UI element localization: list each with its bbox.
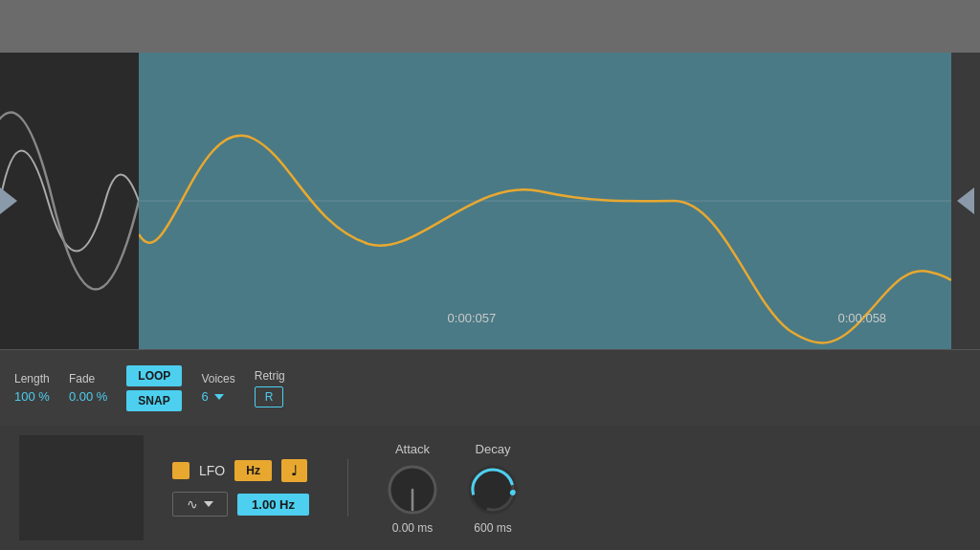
hz-input[interactable] [237,494,309,516]
attack-label: Attack [395,442,430,456]
attack-knob[interactable] [387,464,438,516]
lfo-color-indicator [172,462,189,479]
hz-button[interactable]: Hz [234,460,272,481]
fade-group: Fade 0.00 % [69,372,107,404]
wave-dropdown-arrow[interactable] [204,501,213,507]
fade-value: 0.00 % [69,389,107,404]
length-group: Length 100 % [14,372,50,404]
waveform-left-panel [0,53,139,349]
right-handle-icon[interactable] [957,187,974,214]
length-value: 100 % [14,389,50,404]
fade-label: Fade [69,372,95,385]
controls-bar: Length 100 % Fade 0.00 % LOOP SNAP Voice… [0,349,980,426]
voices-group: Voices 6 [201,372,234,404]
bottom-section: LFO Hz ♩ ∿ Attack [0,426,980,550]
decay-label: Decay [476,442,511,456]
timestamp-2: 0:00:058 [837,311,886,325]
right-handle[interactable] [951,53,980,349]
bottom-left-panel [19,435,144,540]
left-handle-icon[interactable] [0,187,17,214]
wave-shape-icon: ∿ [187,496,198,512]
voices-row: 6 [201,389,223,404]
decay-knob[interactable] [467,464,519,516]
voices-label: Voices [201,372,234,385]
decay-group: Decay 600 ms [467,442,519,535]
loop-button[interactable]: LOOP [126,365,182,386]
lfo-row-2: ∿ [172,492,309,517]
retrig-group: Retrig R [255,369,285,407]
voices-value: 6 [201,389,208,404]
snap-button[interactable]: SNAP [126,390,181,411]
waveform-svg [139,53,951,349]
waveform-section: 0:00:057 0:00:058 [0,53,980,349]
retrig-label: Retrig [255,369,285,383]
top-bar [0,0,980,53]
main-container: 0:00:057 0:00:058 Length 100 % Fade 0.00… [0,0,980,550]
attack-group: Attack 0.00 ms [387,442,438,535]
lfo-knob-divider [347,459,348,517]
left-wave-svg [0,53,139,349]
lfo-section: LFO Hz ♩ ∿ [172,459,309,517]
timestamp-1: 0:00:057 [448,311,497,325]
loop-snap-group: LOOP SNAP [126,365,182,411]
note-button[interactable]: ♩ [281,459,307,482]
voices-dropdown-arrow[interactable] [214,394,224,400]
length-label: Length [14,372,50,385]
svg-point-3 [470,467,516,513]
wave-shape-button[interactable]: ∿ [172,492,228,517]
waveform-display[interactable]: 0:00:057 0:00:058 [139,53,951,349]
decay-value: 600 ms [474,521,511,535]
retrig-button[interactable]: R [255,386,284,407]
lfo-row-1: LFO Hz ♩ [172,459,309,482]
lfo-label: LFO [199,463,225,478]
attack-value: 0.00 ms [392,521,434,535]
